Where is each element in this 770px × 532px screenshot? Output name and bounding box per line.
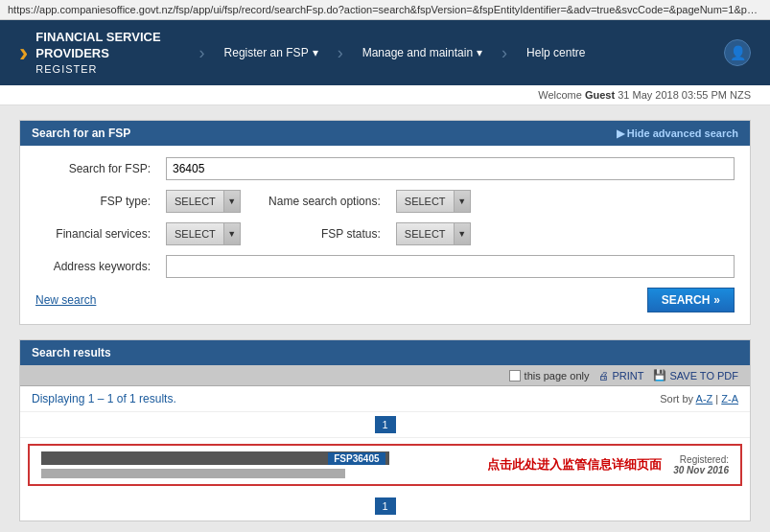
fsp-status-select[interactable]: SELECT ▼	[396, 222, 471, 245]
bottom-pagination: 1	[20, 492, 750, 520]
logo-text: FINANCIAL SERVICE PROVIDERS REGISTER	[35, 30, 160, 76]
fsp-type-select[interactable]: SELECT ▼	[166, 190, 241, 213]
fsp-type-label: FSP type:	[35, 195, 151, 208]
this-page-only-label: this page only	[525, 370, 590, 382]
nav-help-centre[interactable]: Help centre	[517, 40, 595, 65]
nav-dropdown-icon: ▾	[313, 46, 318, 59]
nav-separator-1: ›	[199, 43, 205, 63]
fsp-id-badge[interactable]: FSP36405	[328, 452, 385, 465]
fsp-type-select-btn[interactable]: SELECT	[166, 190, 223, 213]
results-title: Search results	[32, 346, 111, 359]
financial-services-select-btn[interactable]: SELECT	[166, 222, 223, 245]
sort-za-link[interactable]: Z-A	[721, 393, 738, 405]
nav-dropdown-icon-2: ▾	[477, 46, 482, 59]
fsp-status-arrow[interactable]: ▼	[454, 222, 471, 245]
results-panel: Search results this page only 🖨 PRINT 💾 …	[19, 339, 751, 521]
pdf-icon: 💾	[653, 369, 666, 382]
main-content: Search for an FSP Hide advanced search S…	[0, 105, 770, 532]
nav-separator-3: ›	[502, 43, 507, 63]
search-fsp-input[interactable]	[166, 157, 735, 180]
hide-advanced-link[interactable]: Hide advanced search	[617, 127, 738, 140]
nav-manage-maintain[interactable]: Manage and maintain ▾	[353, 40, 492, 65]
financial-services-label: Financial services:	[35, 227, 151, 241]
search-panel-title: Search for an FSP	[32, 127, 130, 140]
fsp-type-row: FSP type: SELECT ▼ Name search options: …	[35, 190, 735, 213]
name-search-select-btn[interactable]: SELECT	[396, 190, 454, 213]
user-avatar: 👤	[724, 39, 751, 66]
result-action-text[interactable]: 点击此处进入监管信息详细页面	[487, 456, 662, 474]
main-nav: › Register an FSP ▾ › Manage and maintai…	[199, 40, 686, 65]
search-actions: New search SEARCH	[35, 288, 735, 312]
financial-services-row: Financial services: SELECT ▼ FSP status:…	[35, 222, 735, 245]
address-keywords-input[interactable]	[166, 255, 735, 278]
displaying-text: Displaying 1 – 1 of 1 results.	[32, 392, 176, 405]
result-main: FSP36405	[41, 451, 476, 478]
this-page-only-checkbox[interactable]	[509, 370, 521, 382]
search-fsp-row: Search for FSP:	[35, 157, 735, 180]
nav-register-fsp[interactable]: Register an FSP ▾	[215, 40, 328, 65]
page-num-1[interactable]: 1	[375, 416, 396, 433]
site-header: › FINANCIAL SERVICE PROVIDERS REGISTER ›…	[0, 20, 770, 85]
fsp-status-label: FSP status:	[256, 227, 381, 241]
logo: › FINANCIAL SERVICE PROVIDERS REGISTER	[19, 30, 161, 76]
this-page-only-item[interactable]: this page only	[509, 370, 590, 382]
sort-az-link[interactable]: A-Z	[696, 393, 713, 405]
result-registered: Registered: 30 Nov 2016	[673, 454, 729, 475]
result-row[interactable]: FSP36405 点击此处进入监管信息详细页面 Registered: 30 N…	[28, 444, 742, 486]
fsp-type-arrow[interactable]: ▼	[223, 190, 241, 213]
search-panel-header: Search for an FSP Hide advanced search	[20, 121, 750, 146]
financial-services-select[interactable]: SELECT ▼	[166, 222, 241, 245]
results-panel-header: Search results	[20, 340, 750, 365]
new-search-link[interactable]: New search	[35, 293, 96, 307]
welcome-user: Guest	[585, 89, 615, 101]
search-fsp-label: Search for FSP:	[35, 162, 151, 175]
print-link[interactable]: 🖨 PRINT	[598, 370, 643, 382]
results-toolbar: this page only 🖨 PRINT 💾 SAVE TO PDF	[20, 365, 750, 386]
address-keywords-row: Address keywords:	[35, 255, 735, 278]
financial-services-arrow[interactable]: ▼	[223, 222, 241, 245]
search-panel: Search for an FSP Hide advanced search S…	[19, 120, 751, 325]
browser-address-bar[interactable]: https://app.companiesoffice.govt.nz/fsp/…	[0, 0, 770, 20]
name-search-options-select[interactable]: SELECT ▼	[396, 190, 471, 213]
print-icon: 🖨	[598, 370, 609, 382]
address-keywords-label: Address keywords:	[35, 260, 151, 273]
save-to-pdf-link[interactable]: 💾 SAVE TO PDF	[653, 369, 738, 382]
result-name-bar: FSP36405	[41, 451, 389, 465]
fsp-status-select-btn[interactable]: SELECT	[396, 222, 454, 245]
search-body: Search for FSP: FSP type: SELECT ▼ Name …	[20, 146, 750, 324]
name-search-arrow[interactable]: ▼	[454, 190, 471, 213]
logo-chevron-icon: ›	[19, 39, 28, 66]
result-desc-bar	[41, 469, 345, 478]
page-num-bottom-1[interactable]: 1	[375, 497, 396, 515]
results-info-bar: Displaying 1 – 1 of 1 results. Sort by A…	[20, 386, 750, 412]
search-button[interactable]: SEARCH	[647, 288, 735, 312]
top-pagination: 1	[20, 412, 750, 438]
name-search-options-label: Name search options:	[256, 195, 381, 208]
sort-links: Sort by A-Z | Z-A	[660, 393, 738, 405]
nav-separator-2: ›	[338, 43, 343, 63]
welcome-bar: Welcome Guest 31 May 2018 03:55 PM NZS	[0, 85, 770, 105]
